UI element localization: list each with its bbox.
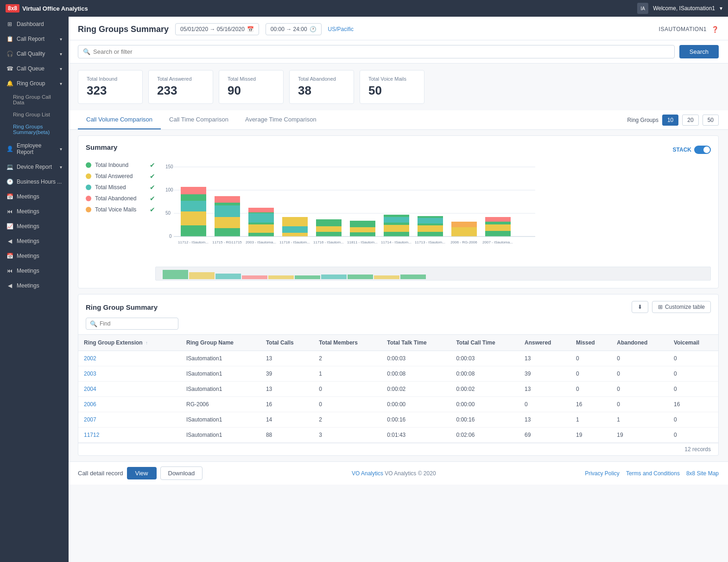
col-name: Ring Group Name: [181, 335, 260, 351]
bar-answered-10: [485, 224, 511, 231]
meetings-icon-7: ◀: [6, 282, 13, 289]
rg-btn-50[interactable]: 50: [703, 115, 719, 126]
cell-call-time: 0:00:08: [450, 366, 519, 382]
tab-call-volume[interactable]: Call Volume Comparison: [78, 110, 161, 129]
toggle-knob: [703, 147, 710, 153]
svg-text:11714 - ISautom...: 11714 - ISautom...: [381, 240, 411, 244]
sidebar-item-meetings3[interactable]: 📈 Meetings: [0, 219, 69, 234]
bar-abandoned-2: [215, 196, 240, 203]
rg-btn-20[interactable]: 20: [682, 115, 698, 126]
customize-table-button[interactable]: ⊞ Customize table: [652, 301, 711, 313]
col-calls: Total Calls: [260, 335, 313, 351]
privacy-policy-link[interactable]: Privacy Policy: [585, 470, 620, 477]
sidebar-label-meetings1: Meetings: [17, 193, 39, 200]
cell-name: ISautomation1: [181, 382, 260, 397]
find-input[interactable]: [100, 318, 174, 329]
cell-ext[interactable]: 2004: [78, 382, 181, 397]
sidebar-item-meetings1[interactable]: 📅 Meetings: [0, 189, 69, 204]
cell-ext[interactable]: 2002: [78, 351, 181, 366]
cell-missed: 0: [570, 382, 611, 397]
table-row: 2003 ISautomation1 39 1 0:00:08 0:00:08 …: [78, 366, 718, 382]
employee-icon: 👤: [6, 146, 13, 152]
sidebar-item-meetings2[interactable]: ⏮ Meetings: [0, 204, 69, 219]
help-icon[interactable]: ❓: [711, 26, 719, 33]
sidebar-item-ring-group-list[interactable]: Ring Group List: [0, 109, 69, 121]
footer-center: VO Analytics VO Analytics © 2020: [352, 470, 436, 477]
bar-missed-7: [384, 217, 409, 223]
search-button[interactable]: Search: [679, 45, 719, 58]
cell-abandoned: 0: [611, 366, 668, 382]
col-voicemail: Voicemail: [668, 335, 718, 351]
sitemap-link[interactable]: 8x8 Site Map: [686, 470, 719, 477]
cell-name: ISautomation1: [181, 366, 260, 382]
chevron-icon-5: ▾: [60, 147, 62, 152]
cell-ext[interactable]: 2006: [78, 397, 181, 412]
stack-label: STACK: [673, 147, 691, 153]
meetings-icon-6: ⏮: [6, 268, 13, 274]
cell-calls: 14: [260, 412, 313, 428]
sidebar-item-employee-report[interactable]: 👤 Employee Report ▾: [0, 138, 69, 160]
tab-average-time[interactable]: Average Time Comparison: [237, 110, 325, 129]
download-button[interactable]: Download: [160, 466, 203, 480]
chevron-icon: ▾: [60, 37, 62, 42]
bar-abandoned-3: [248, 208, 274, 212]
date-range-button[interactable]: 05/01/2020 → 05/16/2020 📅: [175, 23, 259, 35]
sidebar-item-device-report[interactable]: 💻 Device Report ▾: [0, 160, 69, 174]
sidebar-item-dashboard[interactable]: ⊞ Dashboard: [0, 17, 69, 32]
toggle-switch[interactable]: [694, 146, 711, 154]
cell-ext[interactable]: 2007: [78, 412, 181, 428]
cell-voicemail: 0: [668, 428, 718, 443]
ring-group-table: Ring Group Extension ↑ Ring Group Name T…: [78, 334, 718, 443]
cell-ext[interactable]: 11712: [78, 428, 181, 443]
time-range-button[interactable]: 00:00 → 24:00 🕐: [266, 23, 322, 35]
sort-icon-ext[interactable]: ↑: [146, 340, 148, 345]
vo-analytics-link[interactable]: VO Analytics: [352, 470, 383, 477]
sidebar-item-ring-group-call-data[interactable]: Ring Group Call Data: [0, 91, 69, 109]
terms-link[interactable]: Terms and Conditions: [626, 470, 680, 477]
chevron-down-icon[interactable]: ▾: [720, 5, 722, 12]
sidebar-item-call-quality[interactable]: 🎧 Call Quality ▾: [0, 46, 69, 61]
sidebar-item-meetings4[interactable]: ◀ Meetings: [0, 234, 69, 249]
sidebar-item-call-queue[interactable]: ☎ Call Queue ▾: [0, 61, 69, 76]
tab-call-time[interactable]: Call Time Comparison: [161, 110, 237, 129]
footer-right: Privacy Policy Terms and Conditions 8x8 …: [585, 470, 719, 477]
call-report-icon: 📋: [6, 36, 13, 42]
cell-name: ISautomation1: [181, 412, 260, 428]
footer-copy: VO Analytics © 2020: [385, 470, 436, 477]
view-button[interactable]: View: [127, 467, 157, 479]
search-input[interactable]: [93, 45, 670, 58]
stack-toggle[interactable]: STACK: [673, 146, 711, 154]
sidebar-item-ring-group[interactable]: 🔔 Ring Group ▾: [0, 76, 69, 91]
sidebar-label-meetings6: Meetings: [17, 268, 39, 274]
timezone-link[interactable]: US/Pacific: [328, 26, 354, 32]
main-layout: ⊞ Dashboard 📋 Call Report ▾ 🎧 Call Quali…: [0, 17, 728, 562]
sidebar-item-business-hours[interactable]: 🕐 Business Hours ...: [0, 174, 69, 189]
svg-text:11712 - ISautom...: 11712 - ISautom...: [178, 240, 209, 244]
sidebar-item-meetings5[interactable]: 📅 Meetings: [0, 249, 69, 263]
cell-voicemail: 0: [668, 382, 718, 397]
header-username: ISAUTOMATION1: [659, 26, 707, 32]
sidebar-label-meetings7: Meetings: [17, 282, 39, 289]
sidebar-item-meetings7[interactable]: ◀ Meetings: [0, 278, 69, 293]
legend-label-abandoned: Total Abandoned: [95, 195, 136, 202]
sidebar-label-device: Device Report: [17, 164, 52, 170]
chart-tabs: Call Volume Comparison Call Time Compari…: [78, 110, 325, 129]
download-table-button[interactable]: ⬇: [632, 301, 648, 313]
cell-ext[interactable]: 2003: [78, 366, 181, 382]
rg-btn-10[interactable]: 10: [662, 115, 678, 126]
content-header: Ring Groups Summary 05/01/2020 → 05/16/2…: [69, 17, 728, 40]
cell-call-time: 0:00:03: [450, 351, 519, 366]
col-extension: Ring Group Extension ↑: [78, 335, 181, 351]
sidebar-label-business: Business Hours ...: [17, 179, 62, 185]
sidebar-label-call-queue: Call Queue: [17, 65, 44, 72]
bar-answered-7: [384, 225, 409, 232]
cell-call-time: 0:00:02: [450, 382, 519, 397]
cell-missed: 1: [570, 412, 611, 428]
meetings-icon-3: 📈: [6, 223, 13, 230]
sidebar-item-meetings6[interactable]: ⏮ Meetings: [0, 263, 69, 278]
cell-abandoned: 0: [611, 397, 668, 412]
sidebar-item-call-report[interactable]: 📋 Call Report ▾: [0, 32, 69, 46]
top-nav: 8x8 Virtual Office Analytics IA Welcome,…: [0, 0, 728, 17]
sidebar-item-ring-groups-summary[interactable]: Ring Groups Summary(beta): [0, 121, 69, 138]
svg-text:0: 0: [169, 234, 172, 239]
